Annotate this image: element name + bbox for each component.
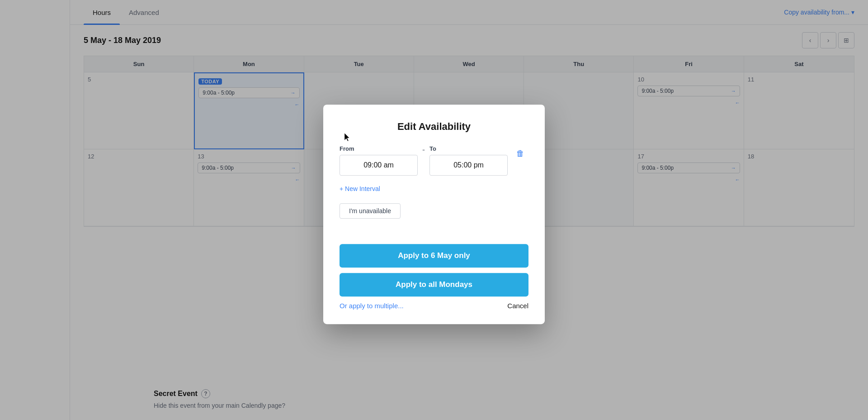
modal-footer: Or apply to multiple... Cancel [340,302,528,310]
apply-mondays-button[interactable]: Apply to all Mondays [340,273,528,296]
from-time-value: 09:00 am [363,161,394,169]
to-label: To [429,145,508,152]
edit-availability-modal: Edit Availability From 09:00 am - To 05:… [323,105,545,324]
to-time-input[interactable]: 05:00 pm [429,155,508,176]
time-separator: - [422,145,425,155]
from-label: From [340,145,418,152]
delete-interval-button[interactable]: 🗑 [512,145,528,162]
cancel-button[interactable]: Cancel [507,302,528,310]
unavailable-button[interactable]: I'm unavailable [340,203,401,219]
page-background: Hours Advanced Copy availability from...… [0,0,868,420]
apply-may-button[interactable]: Apply to 6 May only [340,244,528,267]
from-time-input[interactable]: 09:00 am [340,155,418,176]
trash-icon: 🗑 [516,149,524,158]
to-time-value: 05:00 pm [453,161,484,169]
apply-multiple-link[interactable]: Or apply to multiple... [340,302,404,310]
modal-title: Edit Availability [340,121,528,133]
new-interval-button[interactable]: + New Interval [340,185,380,192]
